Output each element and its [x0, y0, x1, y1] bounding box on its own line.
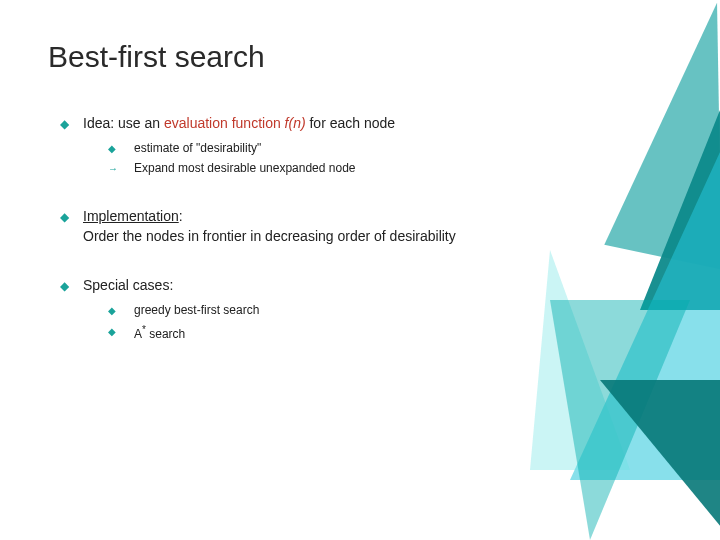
spacer [60, 252, 672, 276]
subbullet-estimate: ◆ estimate of "desirability" [108, 140, 672, 157]
text-fragment: for each node [306, 115, 396, 131]
slide-title: Best-first search [48, 40, 672, 74]
subbullet-text: greedy best-first search [134, 302, 672, 319]
bullet-implementation-text: Implementation: Order the nodes in front… [83, 207, 672, 246]
diamond-icon: ◆ [108, 325, 120, 339]
subbullet-astar: ◆ A* search [108, 323, 672, 343]
subbullet-greedy: ◆ greedy best-first search [108, 302, 672, 319]
diamond-icon: ◆ [60, 278, 69, 295]
subbullet-text: estimate of "desirability" [134, 140, 672, 157]
sub-list: ◆ greedy best-first search ◆ A* search [108, 302, 672, 343]
text-highlight: evaluation function [164, 115, 285, 131]
arrow-icon: → [108, 162, 120, 176]
diamond-icon: ◆ [108, 142, 120, 156]
diamond-icon: ◆ [60, 209, 69, 226]
bullet-special-cases: ◆ Special cases: [60, 276, 672, 296]
slide: Best-first search ◆ Idea: use an evaluat… [0, 0, 720, 540]
slide-content: ◆ Idea: use an evaluation function f(n) … [48, 114, 672, 343]
diamond-icon: ◆ [60, 116, 69, 133]
text-fragment: : [179, 208, 183, 224]
text-fragment: A [134, 327, 142, 341]
text-underline: Implementation [83, 208, 179, 224]
bullet-idea-text: Idea: use an evaluation function f(n) fo… [83, 114, 672, 134]
text-fragment: Order the nodes in frontier in decreasin… [83, 228, 456, 244]
subbullet-text: Expand most desirable unexpanded node [134, 160, 672, 177]
bullet-idea: ◆ Idea: use an evaluation function f(n) … [60, 114, 672, 134]
bullet-implementation: ◆ Implementation: Order the nodes in fro… [60, 207, 672, 246]
text-fn: f(n) [285, 115, 306, 131]
subbullet-expand: → Expand most desirable unexpanded node [108, 160, 672, 177]
text-fragment: Idea: use an [83, 115, 164, 131]
triangle-icon [600, 380, 720, 540]
sub-list: ◆ estimate of "desirability" → Expand mo… [108, 140, 672, 178]
bullet-special-text: Special cases: [83, 276, 672, 296]
text-fragment: search [146, 327, 185, 341]
diamond-icon: ◆ [108, 304, 120, 318]
subbullet-text: A* search [134, 323, 672, 343]
